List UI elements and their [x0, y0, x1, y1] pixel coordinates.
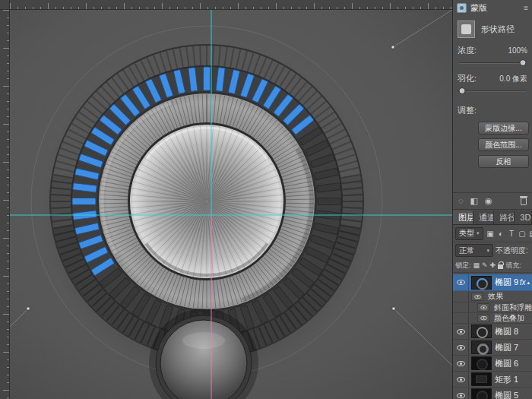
ruler-tick: [71, 7, 71, 9]
tab-layers[interactable]: 图层: [453, 211, 473, 224]
lock-all-icon[interactable]: [498, 264, 503, 269]
filter-shape-layers-icon[interactable]: ▢: [518, 230, 527, 238]
masks-panel: 蒙版 ≡ 形状路径 浓度: 100% 羽化: 0.0 像素 调整: 蒙版边缘..…: [453, 0, 532, 210]
layer-visibility-toggle[interactable]: [453, 291, 469, 302]
ruler-tick: [124, 3, 125, 9]
layer-visibility-toggle[interactable]: [453, 313, 469, 323]
blend-mode-dropdown[interactable]: 正常 ▾: [455, 244, 493, 257]
layer-name[interactable]: 斜面和浮雕: [494, 302, 532, 313]
masks-panel-header: 蒙版 ≡: [453, 0, 532, 16]
apply-mask-icon[interactable]: ◧: [470, 197, 478, 205]
layer-filter-row: 类型 ▾ ▣◐T▢▤: [453, 225, 532, 242]
filter-type-layers-icon[interactable]: T: [507, 230, 517, 238]
layer-row[interactable]: 效果: [453, 291, 532, 302]
ruler-tick: [329, 7, 330, 9]
filter-smart-objects-icon[interactable]: ▤: [528, 230, 532, 238]
color-range-button[interactable]: 颜色范围...: [478, 138, 529, 151]
ruler-tick: [93, 7, 94, 9]
effect-visibility-toggle[interactable]: [477, 303, 489, 312]
lock-position-icon[interactable]: ✚: [490, 261, 496, 269]
ruler-tick: [3, 314, 9, 315]
panel-menu-icon[interactable]: ≡: [524, 4, 528, 12]
layer-filter-icons: ▣◐T▢▤: [486, 230, 532, 238]
disable-mask-icon[interactable]: ◉: [485, 197, 492, 205]
lock-pixels-icon[interactable]: ✎: [482, 261, 488, 269]
layer-row[interactable]: 矩形 1: [453, 372, 532, 388]
layer-name[interactable]: 椭圆 9: [495, 277, 518, 288]
layer-name[interactable]: 椭圆 7: [495, 342, 518, 353]
layer-thumbnail[interactable]: [472, 373, 491, 385]
layer-name[interactable]: 颜色叠加: [494, 313, 524, 324]
filter-adjustment-layers-icon[interactable]: ◐: [496, 230, 506, 238]
feather-slider-knob[interactable]: [458, 87, 465, 94]
ruler-tick: [7, 321, 9, 322]
layer-row[interactable]: 椭圆 5: [453, 388, 532, 399]
layer-thumbnail[interactable]: [472, 389, 491, 399]
layer-thumbnail[interactable]: [472, 325, 491, 337]
selected-mask-row: 形状路径: [453, 16, 532, 40]
layer-row[interactable]: 椭圆 6: [453, 356, 532, 372]
ruler-tick: [435, 7, 436, 9]
ruler-tick: [3, 162, 9, 163]
ruler-vertical[interactable]: [0, 10, 10, 399]
ruler-tick: [245, 7, 246, 9]
layer-row[interactable]: 椭圆 9fx▴: [453, 274, 532, 291]
fill-label: 填充:: [505, 261, 521, 271]
layer-visibility-toggle[interactable]: [453, 302, 469, 312]
density-value[interactable]: 100%: [508, 46, 527, 55]
layer-thumbnail[interactable]: [472, 277, 491, 289]
layer-name[interactable]: 矩形 1: [495, 374, 518, 385]
effect-visibility-toggle[interactable]: [471, 293, 483, 301]
lock-transparency-icon[interactable]: ▦: [473, 261, 480, 269]
mask-edge-button[interactable]: 蒙版边缘...: [478, 122, 529, 135]
layer-name[interactable]: 椭圆 5: [495, 390, 518, 399]
layer-name[interactable]: 效果: [488, 291, 503, 302]
layer-thumbnail[interactable]: [472, 357, 491, 369]
tab-channels[interactable]: 通道: [473, 211, 494, 224]
density-slider-knob[interactable]: [520, 59, 527, 66]
layer-name[interactable]: 椭圆 6: [495, 358, 518, 369]
load-selection-from-mask-icon[interactable]: ◌: [458, 197, 464, 205]
layer-visibility-toggle[interactable]: [453, 372, 469, 387]
layer-name[interactable]: 椭圆 8: [495, 326, 518, 337]
layer-visibility-toggle[interactable]: [453, 324, 469, 339]
vector-mask-thumbnail[interactable]: [458, 21, 475, 38]
effect-visibility-toggle[interactable]: [477, 314, 489, 322]
layer-visibility-toggle[interactable]: [453, 340, 469, 355]
feather-slider[interactable]: [459, 87, 526, 96]
feather-value[interactable]: 0.0 像素: [499, 74, 527, 84]
filter-pixel-layers-icon[interactable]: ▣: [486, 230, 496, 238]
layer-row[interactable]: 颜色叠加: [453, 313, 532, 324]
layer-row[interactable]: 斜面和浮雕: [453, 302, 532, 313]
ruler-corner[interactable]: [0, 0, 10, 10]
ruler-tick: [7, 306, 9, 307]
eye-icon: [457, 361, 465, 366]
ruler-tick: [17, 7, 18, 9]
invert-button[interactable]: 反相: [478, 155, 529, 168]
delete-mask-icon[interactable]: [521, 198, 527, 205]
layer-visibility-toggle[interactable]: [453, 356, 469, 371]
collapse-effects-icon[interactable]: ▴: [527, 280, 530, 286]
ruler-tick: [7, 40, 9, 41]
ruler-tick: [253, 7, 254, 9]
layer-visibility-toggle[interactable]: [453, 274, 469, 290]
layer-thumbnail[interactable]: [472, 341, 491, 353]
tab-3d[interactable]: 3D: [515, 211, 532, 224]
ruler-horizontal[interactable]: [10, 0, 452, 10]
document-canvas[interactable]: [10, 10, 452, 399]
ruler-tick: [3, 390, 9, 391]
eye-icon: [457, 377, 465, 382]
layer-row[interactable]: 椭圆 7: [453, 340, 532, 356]
ruler-tick: [7, 71, 9, 71]
canvas-area[interactable]: [0, 0, 452, 399]
layer-row[interactable]: 椭圆 8: [453, 324, 532, 340]
density-label: 浓度:: [458, 45, 477, 56]
ruler-tick: [443, 7, 444, 9]
tab-paths[interactable]: 路径: [494, 211, 515, 224]
density-slider[interactable]: [459, 59, 526, 68]
ruler-tick: [223, 7, 223, 9]
layer-filter-dropdown[interactable]: 类型 ▾: [455, 227, 483, 240]
layer-effects-badge[interactable]: fx▴: [520, 278, 530, 287]
eye-icon: [474, 294, 480, 298]
layer-visibility-toggle[interactable]: [453, 388, 469, 399]
